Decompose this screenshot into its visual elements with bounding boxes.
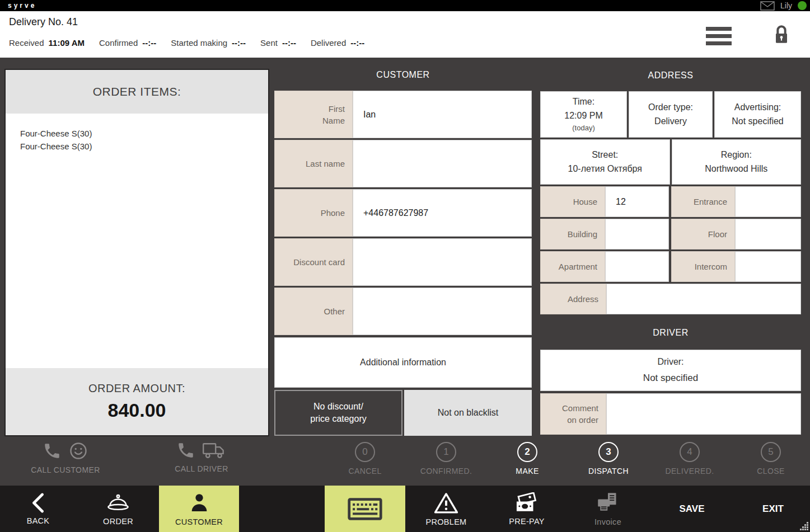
- step-cancel[interactable]: 0 CANCEL: [326, 442, 404, 475]
- phone-label: Phone: [274, 189, 353, 237]
- invoice-button[interactable]: Invoice: [574, 486, 642, 532]
- status-label: Received: [9, 38, 44, 48]
- step-number: 3: [598, 442, 619, 462]
- step-label: MAKE: [516, 467, 539, 475]
- address-field[interactable]: [606, 284, 801, 314]
- step-number: 1: [436, 442, 456, 462]
- first-name-label: First Name: [274, 91, 353, 138]
- intercom-field[interactable]: [735, 251, 801, 282]
- advertising-cell[interactable]: Advertising: Not specified: [714, 91, 801, 138]
- comment-on-order-field[interactable]: [606, 393, 801, 435]
- other-row: Other: [274, 288, 532, 335]
- mail-icon[interactable]: [760, 1, 775, 11]
- chevron-left-icon: [31, 493, 45, 513]
- step-label: DISPATCH: [588, 467, 629, 475]
- prepay-button[interactable]: PRE-PAY: [493, 486, 560, 532]
- first-name-field[interactable]: Ian: [353, 91, 532, 138]
- status-time: --:--: [232, 38, 246, 48]
- step-number: 5: [761, 442, 781, 462]
- order-items-list[interactable]: Four-Cheese S(30) Four-Cheese S(30): [6, 114, 268, 368]
- call-driver-label: CALL DRIVER: [175, 464, 228, 473]
- street-cell[interactable]: Street: 10-летия Октября: [540, 139, 670, 185]
- keyboard-button[interactable]: [325, 486, 405, 532]
- address-section-title: ADDRESS: [540, 62, 801, 91]
- status-label: Confirmed: [99, 38, 138, 48]
- driver-value: Not specified: [643, 373, 698, 384]
- region-label: Region:: [721, 150, 752, 160]
- app-logo: syrve: [8, 2, 36, 10]
- building-label: Building: [540, 219, 605, 249]
- region-value: Northwood Hills: [705, 164, 767, 174]
- back-button[interactable]: BACK: [10, 486, 66, 532]
- online-status-indicator: [798, 1, 807, 10]
- status-label: Delivered: [311, 38, 346, 48]
- additional-information-field[interactable]: Additional information: [274, 337, 532, 388]
- call-driver-button[interactable]: CALL DRIVER: [146, 441, 257, 473]
- street-label: Street:: [592, 150, 618, 160]
- exit-label: EXIT: [762, 503, 784, 515]
- house-field[interactable]: 12: [605, 186, 669, 217]
- resize-grip[interactable]: [800, 522, 809, 531]
- order-type-value: Delivery: [654, 116, 687, 126]
- comment-on-order-label: Comment on order: [540, 393, 606, 435]
- order-item[interactable]: Four-Cheese S(30): [20, 140, 268, 153]
- lock-icon[interactable]: [772, 25, 790, 45]
- order-type-label: Order type:: [648, 102, 693, 112]
- last-name-field[interactable]: [353, 140, 532, 187]
- discount-category-button[interactable]: No discount/ price category: [274, 390, 402, 436]
- phone-row: Phone +446787627987: [274, 189, 532, 237]
- app-title-bar: syrve Lily: [0, 0, 810, 11]
- phone-field[interactable]: +446787627987: [353, 189, 532, 237]
- floor-field[interactable]: [735, 219, 801, 249]
- time-label: Time:: [573, 97, 594, 107]
- problem-button[interactable]: PROBLEM: [413, 486, 480, 532]
- warning-icon: [434, 492, 458, 514]
- call-customer-label: CALL CUSTOMER: [31, 465, 100, 474]
- blacklist-status-button[interactable]: Not on blacklist: [404, 390, 532, 436]
- order-timeline: Received11:09 AM Confirmed--:-- Started …: [9, 38, 364, 48]
- order-type-cell[interactable]: Order type: Delivery: [629, 91, 713, 138]
- driver-cell[interactable]: Driver: Not specified: [540, 350, 801, 391]
- phone-icon: [43, 441, 62, 460]
- time-cell[interactable]: Time: 12:09 PM (today): [540, 91, 627, 138]
- other-field[interactable]: [353, 288, 532, 335]
- status-time: --:--: [350, 38, 364, 48]
- menu-icon[interactable]: [706, 27, 732, 45]
- time-note: (today): [572, 124, 594, 132]
- last-name-row: Last name: [274, 140, 532, 187]
- region-cell[interactable]: Region: Northwood Hills: [672, 139, 802, 185]
- save-label: SAVE: [679, 503, 704, 515]
- smiley-icon: [68, 441, 88, 461]
- customer-tab-active[interactable]: CUSTOMER: [159, 486, 239, 532]
- save-button[interactable]: SAVE: [658, 486, 725, 532]
- step-confirmed[interactable]: 1 CONFIRMED.: [407, 442, 485, 475]
- step-label: CLOSE: [757, 467, 784, 475]
- status-time: --:--: [142, 38, 156, 48]
- prepay-label: PRE-PAY: [509, 517, 545, 526]
- entrance-field[interactable]: [735, 186, 801, 217]
- call-customer-button[interactable]: CALL CUSTOMER: [4, 441, 127, 474]
- page-title: Delivery No. 41: [9, 16, 78, 28]
- building-field[interactable]: [605, 219, 669, 249]
- cloche-icon: [106, 492, 130, 514]
- street-value: 10-летия Октября: [568, 164, 642, 174]
- step-make[interactable]: 2 MAKE: [488, 442, 566, 475]
- discount-card-field[interactable]: [353, 238, 532, 286]
- apartment-label: Apartment: [540, 251, 605, 282]
- bottom-navigation-bar: BACK ORDER CUSTOMER: [0, 486, 810, 532]
- house-label: House: [540, 186, 605, 217]
- order-item[interactable]: Four-Cheese S(30): [20, 127, 268, 140]
- exit-button[interactable]: EXIT: [739, 486, 807, 532]
- apartment-field[interactable]: [605, 251, 669, 282]
- order-label: ORDER: [103, 517, 133, 526]
- driver-section-title: DRIVER: [540, 314, 801, 350]
- step-dispatch[interactable]: 3 DISPATCH: [569, 442, 648, 475]
- last-name-label: Last name: [274, 140, 353, 187]
- order-tab[interactable]: ORDER: [87, 486, 149, 532]
- truck-icon: [202, 441, 227, 460]
- step-number: 0: [355, 442, 375, 462]
- step-delivered[interactable]: 4 DELIVERED.: [650, 442, 729, 475]
- step-close[interactable]: 5 CLOSE: [732, 442, 810, 475]
- current-user-label: Lily: [780, 1, 792, 10]
- order-status-bar: CALL CUSTOMER CALL DRIVER 0 CANCEL 1 CON…: [0, 436, 810, 486]
